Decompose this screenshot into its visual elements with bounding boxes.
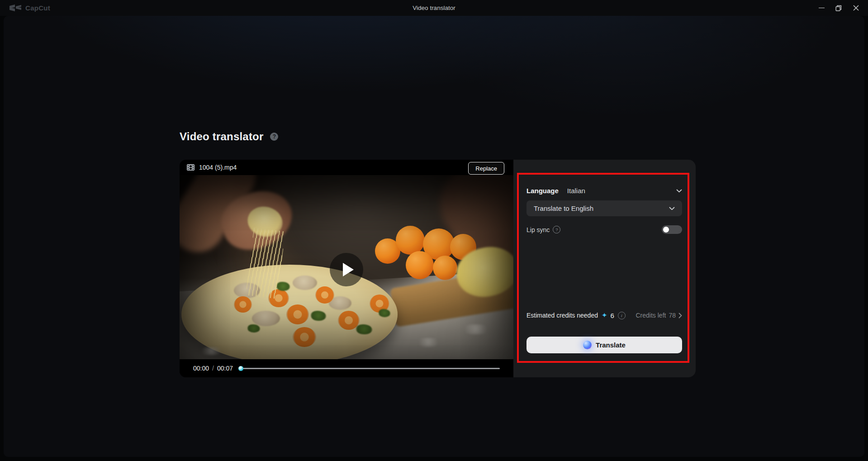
translator-settings-panel: Language Italian Translate to English Li bbox=[513, 160, 696, 377]
player-header: 1004 (5).mp4 Replace bbox=[180, 160, 513, 175]
lip-sync-help-icon[interactable]: ? bbox=[553, 226, 560, 233]
close-icon bbox=[853, 5, 859, 11]
credit-sparkle-icon: ✦ bbox=[602, 311, 607, 319]
duration: 00:07 bbox=[217, 365, 233, 372]
language-value: Italian bbox=[567, 187, 585, 195]
chevron-down-icon bbox=[669, 207, 675, 210]
window-controls bbox=[813, 0, 864, 16]
credits-row: Estimated credits needed ✦ 6 i Credits l… bbox=[526, 311, 682, 319]
target-language-value: Translate to English bbox=[534, 204, 593, 212]
titlebar: CapCut Video translator bbox=[0, 0, 868, 16]
minimize-icon bbox=[819, 8, 825, 8]
translate-button[interactable]: Translate bbox=[526, 337, 682, 353]
app-window: CapCut Video translator bbox=[0, 0, 868, 461]
page-title: Video translator bbox=[180, 130, 263, 143]
video-frame bbox=[180, 175, 513, 359]
ai-gradient-icon bbox=[583, 341, 592, 349]
credits-left-link[interactable]: Credits left 78 bbox=[636, 312, 683, 319]
restore-button[interactable] bbox=[830, 0, 847, 16]
chevron-right-icon bbox=[678, 313, 682, 318]
toggle-knob bbox=[663, 227, 669, 233]
seek-track[interactable] bbox=[242, 368, 500, 369]
play-icon bbox=[343, 263, 354, 276]
replace-button[interactable]: Replace bbox=[468, 162, 504, 175]
current-time: 00:00 bbox=[193, 365, 209, 372]
video-player-card: 1004 (5).mp4 Replace bbox=[180, 160, 513, 377]
language-label: Language bbox=[526, 187, 559, 195]
time-separator: / bbox=[212, 365, 214, 372]
playhead-handle[interactable] bbox=[238, 366, 243, 371]
credits-left-value: 78 bbox=[669, 312, 676, 319]
credits-needed-value: 6 bbox=[611, 312, 614, 319]
film-icon bbox=[187, 164, 194, 171]
translate-button-label: Translate bbox=[596, 341, 626, 349]
help-icon[interactable]: ? bbox=[270, 133, 278, 141]
player-footer: 00:00 / 00:07 bbox=[180, 359, 513, 377]
chevron-down-icon[interactable] bbox=[676, 189, 682, 193]
credits-info-icon[interactable]: i bbox=[618, 312, 626, 319]
seek-bar[interactable] bbox=[238, 366, 500, 371]
target-language-select[interactable]: Translate to English bbox=[526, 200, 682, 216]
video-filename: 1004 (5).mp4 bbox=[199, 164, 237, 171]
lip-sync-row: Lip sync ? bbox=[526, 225, 682, 234]
window-title: Video translator bbox=[0, 0, 868, 16]
lip-sync-label: Lip sync bbox=[526, 226, 550, 233]
lip-sync-toggle[interactable] bbox=[662, 225, 682, 234]
minimize-button[interactable] bbox=[813, 0, 830, 16]
restore-icon bbox=[835, 5, 842, 11]
language-row[interactable]: Language Italian bbox=[526, 187, 682, 195]
credits-needed-label: Estimated credits needed bbox=[526, 312, 598, 319]
page-heading: Video translator ? bbox=[180, 130, 278, 143]
main-panel: Video translator ? 1004 (5).mp4 Replace bbox=[4, 16, 864, 457]
credits-left-label: Credits left bbox=[636, 312, 666, 319]
play-button[interactable] bbox=[330, 253, 363, 286]
close-button[interactable] bbox=[847, 0, 864, 16]
